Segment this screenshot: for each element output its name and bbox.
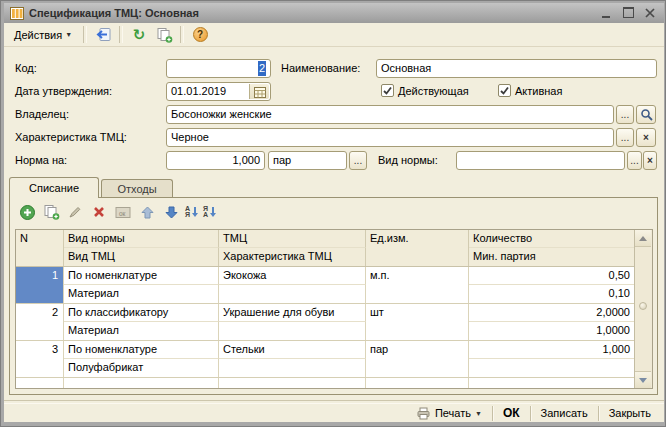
owner-input[interactable]: Босоножки женские <box>166 105 614 124</box>
print-button[interactable]: Печать ▼ <box>413 406 485 421</box>
help-button[interactable]: ? <box>189 25 211 45</box>
titlebar[interactable]: Спецификация ТМЦ: Основная <box>4 3 664 23</box>
cell-row-number[interactable]: 3 <box>16 341 64 377</box>
arrow-down-small-icon <box>209 206 217 218</box>
end-edit-button[interactable]: ок <box>113 202 133 222</box>
norm-unit-ellipsis-button[interactable]: ... <box>349 151 367 170</box>
reread-button[interactable] <box>92 25 114 45</box>
header-tmc-char[interactable]: Характеристика ТМЦ <box>219 248 366 266</box>
norm-unit-input[interactable]: пар <box>268 151 347 170</box>
separator <box>180 26 184 43</box>
close-form-button[interactable]: Закрыть <box>606 406 654 420</box>
copy-add-button[interactable] <box>153 25 175 45</box>
cell-min-batch[interactable] <box>469 359 635 377</box>
characteristic-label: Характеристика ТМЦ: <box>15 131 127 143</box>
cell-quantity[interactable]: 2,0000 <box>469 304 635 322</box>
sort-asc-icon: АЯ <box>185 206 190 219</box>
sort-desc-icon: ЯА <box>203 206 208 219</box>
separator <box>83 26 87 43</box>
cell-tmc[interactable]: Стельки <box>219 341 366 359</box>
spec-lines-table[interactable]: N Вид нормы ТМЦ Ед.изм. Количество Вид Т… <box>15 229 653 389</box>
header-tmc[interactable]: ТМЦ <box>219 230 366 248</box>
norm-quantity-input[interactable]: 1,000 <box>166 151 265 170</box>
edit-row-button[interactable] <box>65 202 85 222</box>
tab-othody[interactable]: Отходы <box>101 179 173 197</box>
refresh-icon: ↻ <box>133 28 146 42</box>
add-row-button[interactable] <box>17 202 37 222</box>
table-header[interactable]: N Вид нормы ТМЦ Ед.изм. Количество Вид Т… <box>16 230 635 267</box>
sort-asc-button[interactable]: АЯ <box>185 206 199 219</box>
active-checkbox[interactable] <box>498 84 511 97</box>
cell-unit[interactable]: пар <box>366 341 469 377</box>
chevron-down-icon: ▼ <box>475 410 482 417</box>
header-norm-kind[interactable]: Вид нормы <box>64 230 219 248</box>
cell-tmc-kind[interactable]: Материал <box>64 322 219 340</box>
normkind-input[interactable] <box>456 151 625 170</box>
save-button[interactable]: Записать <box>538 406 591 420</box>
owner-ellipsis-button[interactable]: ... <box>616 105 634 124</box>
characteristic-value: Черное <box>171 131 209 143</box>
cell-unit[interactable]: м.п. <box>366 267 469 303</box>
acting-checkbox-label[interactable]: Действующая <box>398 85 469 97</box>
maximize-button[interactable] <box>622 7 634 19</box>
cell-tmc-characteristic[interactable] <box>219 359 366 377</box>
move-down-button[interactable] <box>161 202 181 222</box>
cell-tmc[interactable]: Экокожа <box>219 267 366 285</box>
sort-desc-button[interactable]: ЯА <box>203 206 217 219</box>
calendar-picker-button[interactable] <box>249 84 269 99</box>
table-row[interactable]: 2По классификаторуУкрашение для обувишт2… <box>16 304 635 341</box>
copy-row-button[interactable] <box>41 202 61 222</box>
scroll-up-button[interactable] <box>635 230 651 247</box>
normkind-ellipsis-button[interactable]: ... <box>627 151 642 170</box>
cell-tmc-characteristic[interactable] <box>219 322 366 340</box>
cell-min-batch[interactable]: 1,0000 <box>469 322 635 340</box>
normkind-clear-button[interactable]: × <box>643 151 657 170</box>
header-tmc-kind[interactable]: Вид ТМЦ <box>64 248 219 266</box>
cell-tmc-characteristic[interactable] <box>219 285 366 303</box>
scrollbar-grip[interactable] <box>639 302 647 310</box>
scroll-down-button[interactable] <box>635 371 651 388</box>
owner-label: Владелец: <box>15 108 69 120</box>
table-empty-area[interactable] <box>16 378 635 388</box>
cell-norm-kind[interactable]: По номенклатуре <box>64 267 219 285</box>
cell-quantity[interactable]: 1,000 <box>469 341 635 359</box>
date-input[interactable]: 01.01.2019 <box>166 82 271 101</box>
move-up-button[interactable] <box>137 202 157 222</box>
table-body: 1По номенклатуреЭкокожам.п.0,50Материал0… <box>16 267 635 378</box>
cell-quantity[interactable]: 0,50 <box>469 267 635 285</box>
table-row[interactable]: 1По номенклатуреЭкокожам.п.0,50Материал0… <box>16 267 635 304</box>
separator <box>530 406 531 421</box>
arrow-down-icon <box>164 205 179 220</box>
table-row[interactable]: 3По номенклатуреСтелькипар1,000Полуфабри… <box>16 341 635 378</box>
cell-unit[interactable]: шт <box>366 304 469 340</box>
table-vertical-scrollbar[interactable] <box>634 230 652 388</box>
cell-norm-kind[interactable]: По номенклатуре <box>64 341 219 359</box>
close-button[interactable] <box>644 7 656 19</box>
cell-row-number[interactable]: 1 <box>16 267 64 303</box>
delete-row-button[interactable] <box>89 202 109 222</box>
characteristic-clear-button[interactable]: × <box>636 128 656 147</box>
ok-button[interactable]: ОК <box>500 405 523 421</box>
actions-menu-button[interactable]: Действия ▼ <box>8 26 78 44</box>
characteristic-ellipsis-button[interactable]: ... <box>616 128 634 147</box>
acting-checkbox[interactable] <box>381 84 394 97</box>
minimize-button[interactable] <box>600 7 612 19</box>
owner-open-button[interactable] <box>636 105 656 124</box>
active-checkbox-label[interactable]: Активная <box>515 85 562 97</box>
cell-norm-kind[interactable]: По классификатору <box>64 304 219 322</box>
name-input[interactable]: Основная <box>376 59 657 78</box>
cell-row-number[interactable]: 2 <box>16 304 64 340</box>
cell-min-batch[interactable]: 0,10 <box>469 285 635 303</box>
header-n[interactable]: N <box>16 230 64 266</box>
cell-tmc[interactable]: Украшение для обуви <box>219 304 366 322</box>
refresh-button[interactable]: ↻ <box>128 25 150 45</box>
arrow-down-small-icon <box>191 206 199 218</box>
header-qty[interactable]: Количество <box>469 230 635 248</box>
tab-spisanie[interactable]: Списание <box>9 177 99 198</box>
cell-tmc-kind[interactable]: Материал <box>64 285 219 303</box>
characteristic-input[interactable]: Черное <box>166 128 614 147</box>
cell-tmc-kind[interactable]: Полуфабрикат <box>64 359 219 377</box>
header-min-batch[interactable]: Мин. партия <box>469 248 635 266</box>
code-input[interactable]: 2 <box>166 59 271 78</box>
header-unit[interactable]: Ед.изм. <box>366 230 469 266</box>
